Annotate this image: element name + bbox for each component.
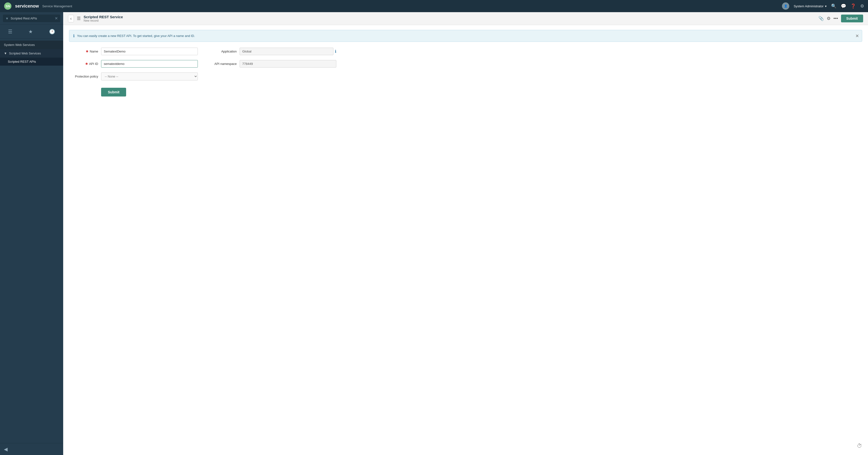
sidebar-icon-bar: ☰ ★ 🕐 [0,25,63,39]
info-banner-icon: ℹ [73,34,74,38]
sidebar-search-area: ▼ ✕ [0,12,63,25]
record-title: Scripted REST Service New record [84,15,815,22]
top-navigation: SN servicenow Service Management 👤 Syste… [0,0,868,12]
submit-button-header[interactable]: Submit [841,14,863,22]
servicenow-logo: SN [4,2,13,10]
sidebar-navigation: System Web Services ▼ Scripted Web Servi… [0,39,63,443]
menu-icon[interactable]: ☰ [77,16,81,21]
protection-policy-field-row: Protection policy -- None -- [69,72,198,81]
timer-icon[interactable]: ⏱ [857,443,862,449]
info-banner: ℹ You can easily create a new REST API. … [69,30,862,42]
record-title-subtitle: New record [84,19,815,22]
svg-text:SN: SN [6,4,10,8]
header-actions: 📎 ⚙ ••• Submit [818,14,863,22]
filter-icon: ▼ [5,17,9,21]
api-id-label: ✱ API ID [69,62,98,66]
application-input-group: ℹ [240,48,336,55]
protection-policy-select[interactable]: -- None -- [101,72,198,81]
chat-icon[interactable]: 💬 [841,3,846,9]
form-grid: ✱ Name Application ℹ [69,48,336,81]
sidebar-item-system-web-services[interactable]: System Web Services [0,40,63,49]
application-label: Application [208,50,237,53]
search-input[interactable] [11,17,53,20]
back-button[interactable]: ‹ [68,15,74,22]
sidebar-collapse-button[interactable]: ◀ [4,447,7,452]
api-id-input[interactable] [101,60,198,67]
sidebar: ▼ ✕ ☰ ★ 🕐 System Web Services ▼ Scripted… [0,12,63,455]
search-clear-button[interactable]: ✕ [55,16,58,21]
settings-icon[interactable]: ⚙ [860,3,864,9]
user-name-display[interactable]: System Administrator ▾ [794,4,827,8]
sidebar-bottom: ◀ [0,443,63,455]
api-namespace-label: API namespace [208,62,237,66]
name-field-row: ✱ Name [69,48,198,55]
app-title: Service Management [42,4,72,8]
application-input [240,48,333,55]
content-area: ‹ ☰ Scripted REST Service New record 📎 ⚙… [63,12,868,455]
help-icon[interactable]: ❓ [850,3,856,9]
settings-sliders-icon[interactable]: ⚙ [827,16,831,21]
nav-right: 👤 System Administrator ▾ 🔍 💬 ❓ ⚙ [782,2,864,10]
history-icon[interactable]: 🕐 [46,28,58,35]
logo-area: SN servicenow Service Management [4,2,72,10]
form-area: ℹ You can easily create a new REST API. … [63,25,868,455]
scripted-web-services-section: ▼ Scripted Web Services Scripted REST AP… [0,49,63,66]
application-info-icon[interactable]: ℹ [335,49,336,54]
info-banner-close-button[interactable]: ✕ [855,33,859,39]
api-namespace-field-row: API namespace [208,60,336,67]
attach-icon[interactable]: 📎 [818,16,824,21]
main-layout: ▼ ✕ ☰ ★ 🕐 System Web Services ▼ Scripted… [0,12,868,455]
submit-button-form[interactable]: Submit [101,88,126,96]
record-title-main: Scripted REST Service [84,15,815,19]
brand-name: servicenow [15,4,39,9]
info-banner-text: You can easily create a new REST API. To… [77,34,858,38]
api-id-field-row: ✱ API ID [69,60,198,67]
application-field-row: Application ℹ [208,48,336,55]
avatar[interactable]: 👤 [782,2,789,10]
favorites-icon[interactable]: ★ [26,28,36,35]
record-header: ‹ ☰ Scripted REST Service New record 📎 ⚙… [63,12,868,25]
api-namespace-input [240,60,336,67]
sidebar-item-scripted-web-services[interactable]: ▼ Scripted Web Services [0,49,63,58]
sidebar-item-scripted-rest-apis[interactable]: Scripted REST APIs [0,58,63,66]
more-options-icon[interactable]: ••• [834,16,838,21]
list-view-icon[interactable]: ☰ [5,28,15,35]
api-id-required-star: ✱ [85,62,88,66]
form-submit-row: Submit [69,88,862,96]
protection-policy-label: Protection policy [69,74,98,78]
search-box: ▼ ✕ [3,14,60,22]
name-label: ✱ Name [69,50,98,53]
search-icon[interactable]: 🔍 [831,3,836,9]
name-input[interactable] [101,48,198,55]
name-required-star: ✱ [86,50,89,53]
